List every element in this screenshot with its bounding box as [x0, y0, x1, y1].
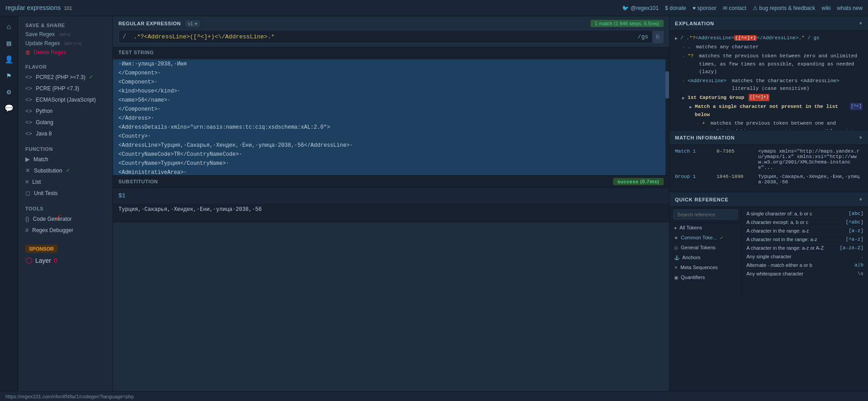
star-icon-2: ★ [674, 235, 678, 240]
brand: regular expressions 101 [5, 4, 72, 12]
flavor-golang[interactable]: <> Golang [18, 117, 113, 128]
function-substitution[interactable]: ✕ Substitution ✓ [18, 165, 113, 176]
quick-ref-search-input[interactable] [673, 210, 738, 219]
regex-input-row: / /gs ⎘ [118, 30, 664, 43]
url-text: https://regex101.com/r/km8N8a/1/codegen?… [5, 394, 134, 399]
icon-gear[interactable]: ⚙ [2, 85, 16, 99]
scrollbar-thumb[interactable] [665, 71, 669, 98]
explanation-toggle[interactable]: ▾ [859, 19, 863, 27]
quick-ref-header: QUICK REFERENCE ▾ [670, 192, 868, 207]
regex-section: REGULAR EXPRESSION v1 ▾ 1 match (1 946 s… [113, 16, 669, 47]
icon-user[interactable]: 👤 [2, 52, 16, 67]
test-string-content: ·Имя:·улица·2038,·Имя </Component>· <Com… [113, 58, 669, 175]
code-icon: <> [25, 74, 32, 80]
qr-cat-all-tokens[interactable]: ● All Tokens [670, 223, 741, 233]
charset-icon[interactable]: ▶ [689, 104, 692, 111]
top-nav: regular expressions 101 🐦 @regex101 $ do… [0, 0, 868, 16]
function-section: FUNCTION ▶ Match ✕ Substitution ✓ ≡ List… [18, 145, 113, 199]
code-gen-icon: {} [25, 215, 29, 222]
test-string-area[interactable]: ·Имя:·улица·2038,·Имя </Component>· <Com… [113, 58, 669, 175]
qr-entry-2: A character in the range: a-z [a-z] [746, 227, 863, 235]
regex-version[interactable]: v1 ▾ [185, 20, 200, 27]
group-range-1: 1846-1890 [717, 174, 753, 179]
checkmark-arrow: ✓ [54, 212, 62, 223]
exp-line-2: · *? matches the previous token between … [675, 52, 863, 76]
test-line: <AddressDetails·xmlns="urn:oasis:names:t… [113, 123, 669, 132]
save-regex-button[interactable]: Save Regex ctrl+s [18, 30, 113, 39]
test-line: <name>56</name>· [113, 96, 669, 105]
active-check-icon: ✓ [66, 168, 70, 173]
icon-chart[interactable]: ▤ [2, 36, 16, 51]
contact-link[interactable]: ✉ contact [723, 5, 746, 11]
test-string-section: TEST STRING ·Имя:·улица·2038,·Имя </Comp… [113, 47, 669, 176]
substitution-input[interactable] [118, 191, 664, 201]
test-line: ·Имя:·улица·2038,·Имя [113, 60, 669, 69]
flavor-java8[interactable]: <> Java 8 [18, 128, 113, 139]
icon-home[interactable]: ⌂ [2, 20, 16, 34]
bug-reports-link[interactable]: ⚠ bug reports & feedback [753, 5, 815, 11]
trash-icon: 🗑 [25, 49, 31, 56]
explanation-content: ▶ / .*?<AddressLine>([^<]+)</AddressLine… [670, 31, 868, 130]
sponsor-link[interactable]: ♥ sponsor [693, 5, 717, 11]
arrow-icon: ▶ [25, 156, 30, 163]
code-icon-2: <> [25, 85, 32, 92]
match-info-section: MATCH INFORMATION ▾ Match 1 0-7365 <ymap… [670, 131, 868, 192]
quick-ref-title: QUICK REFERENCE [675, 197, 728, 202]
sponsor-section: SPONSOR ⬡ Layer0 [18, 241, 113, 269]
flavor-ecma[interactable]: <> ECMAScript (JavaScript) [18, 94, 113, 105]
quick-ref-left: ● All Tokens ★ Common Toke... ✓ ◎ Genera… [670, 207, 742, 297]
tool-regex-debugger[interactable]: # Regex Debugger [18, 224, 113, 236]
test-line: </Address>· [113, 114, 669, 123]
match-range-1: 0-7365 [717, 149, 753, 154]
function-list[interactable]: ≡ List [18, 176, 113, 187]
regex-flags[interactable]: /gs [634, 31, 652, 43]
flavor-title: FLAVOR [18, 62, 113, 71]
qr-cat-general-tokens[interactable]: ◎ General Tokens [670, 242, 741, 252]
tool-code-generator[interactable]: {} Code Generator ✓ [18, 213, 113, 224]
regex-delimiter-start: / [119, 30, 130, 43]
function-unit-tests[interactable]: ◻ Unit Tests [18, 187, 113, 199]
regex-title: REGULAR EXPRESSION [118, 21, 181, 26]
test-line-match: <AddressLine>Турция,·Сакарья,·Хендек,·Ен… [113, 141, 669, 150]
top-nav-links: 🐦 @regex101 $ donate ♥ sponsor ✉ contact… [622, 5, 863, 11]
substitution-section: SUBSTITUTION success (0.7ms) Турция,·Сак… [113, 176, 669, 222]
test-line: <kind>house</kind>· [113, 87, 669, 96]
regex-copy-button[interactable]: ⎘ [652, 31, 663, 43]
addr-icon: · [682, 78, 685, 85]
plus-icon: · [697, 121, 699, 128]
qr-cat-meta-sequences[interactable]: ✕ Meta Sequences [670, 262, 741, 272]
code-icon-3: <> [25, 96, 32, 103]
qr-cat-quantifiers[interactable]: ▣ Quantifiers [670, 272, 741, 282]
flavor-python[interactable]: <> Python [18, 105, 113, 117]
expand-icon[interactable]: ▶ [675, 35, 678, 42]
scrollbar-track [665, 58, 669, 175]
qr-cat-anchors[interactable]: ⚓ Anchors [670, 252, 741, 262]
quick-ref-content: ● All Tokens ★ Common Toke... ✓ ◎ Genera… [670, 207, 868, 297]
exp-line-4: ▶ 1st Capturing Group ([^<]+) [675, 94, 863, 102]
quick-reference-section: QUICK REFERENCE ▾ ● All Tokens ★ [670, 192, 868, 391]
delete-regex-button[interactable]: 🗑 Delete Regex [18, 48, 113, 57]
flavor-pcre[interactable]: <> PCRE (PHP <7.3) [18, 83, 113, 94]
update-regex-button[interactable]: Update Regex ctrl+⇧+s [18, 39, 113, 48]
test-line: </Component>· [113, 69, 669, 78]
all-tokens-icon: ● [674, 225, 677, 230]
regex-input[interactable] [130, 31, 634, 43]
donate-link[interactable]: $ donate [665, 5, 686, 11]
qr-entry-1: A character except: a, b or c [^abc] [746, 218, 863, 227]
group-icon[interactable]: ▶ [682, 95, 685, 102]
function-match[interactable]: ▶ Match [18, 154, 113, 165]
explanation-section: EXPLANATION ▾ ▶ / .*?<AddressLine>([^<]+… [670, 16, 868, 131]
whats-new-link[interactable]: whats new [837, 5, 863, 11]
content-area: REGULAR EXPRESSION v1 ▾ 1 match (1 946 s… [113, 16, 669, 391]
icon-chat[interactable]: 💬 [2, 101, 16, 116]
exp-line-6: · + matches the previous token between o… [675, 120, 863, 130]
flavor-pcre2[interactable]: <> PCRE2 (PHP >=7.3) ✓ [18, 71, 113, 83]
icon-flag[interactable]: ⚑ [2, 69, 16, 83]
save-share-section: SAVE & SHARE Save Regex ctrl+s Update Re… [18, 21, 113, 57]
code-icon-4: <> [25, 107, 32, 114]
wiki-link[interactable]: wiki [821, 5, 830, 11]
twitter-link[interactable]: 🐦 @regex101 [622, 5, 659, 11]
match-info-toggle[interactable]: ▾ [859, 134, 863, 141]
qr-cat-common-tokens[interactable]: ★ Common Toke... ✓ [670, 233, 741, 242]
quick-ref-toggle[interactable]: ▾ [859, 196, 863, 203]
